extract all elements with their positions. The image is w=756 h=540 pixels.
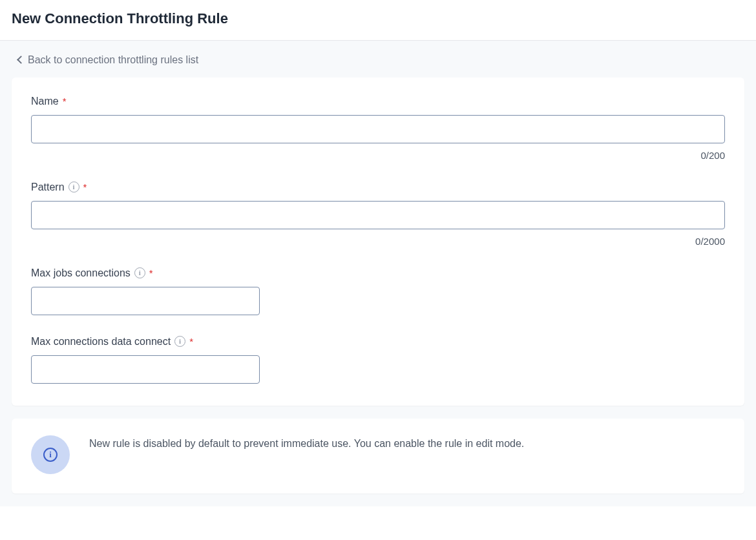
required-indicator: * xyxy=(189,336,193,347)
form-group-name: Name * 0/200 xyxy=(31,96,725,161)
back-link[interactable]: Back to connection throttling rules list xyxy=(18,54,198,66)
pattern-label: Pattern xyxy=(31,182,65,193)
required-indicator: * xyxy=(83,182,87,192)
pattern-counter: 0/2000 xyxy=(31,236,725,247)
form-group-pattern: Pattern i * 0/2000 xyxy=(31,182,725,247)
form-group-max-data-connect: Max connections data connect i * xyxy=(31,336,725,384)
name-counter: 0/200 xyxy=(31,150,725,161)
pattern-input[interactable] xyxy=(31,201,725,229)
max-data-connect-input[interactable] xyxy=(31,355,260,384)
max-jobs-label-row: Max jobs connections i * xyxy=(31,267,725,279)
required-indicator: * xyxy=(63,96,67,107)
back-row: Back to connection throttling rules list xyxy=(0,41,756,78)
max-data-connect-label-row: Max connections data connect i * xyxy=(31,336,725,348)
form-card: Name * 0/200 Pattern i * 0/2000 Max jobs… xyxy=(12,78,744,406)
required-indicator: * xyxy=(149,267,153,278)
max-jobs-label: Max jobs connections xyxy=(31,267,131,279)
name-input[interactable] xyxy=(31,115,725,143)
form-group-max-jobs: Max jobs connections i * xyxy=(31,267,725,315)
info-icon[interactable]: i xyxy=(174,336,185,347)
name-label: Name xyxy=(31,96,59,107)
info-icon[interactable]: i xyxy=(134,267,145,278)
notice-icon-wrap: i xyxy=(31,435,70,474)
notice-text: New rule is disabled by default to preve… xyxy=(89,435,524,450)
notice-card: i New rule is disabled by default to pre… xyxy=(12,419,744,493)
pattern-label-row: Pattern i * xyxy=(31,182,725,193)
page-header: New Connection Throttling Rule xyxy=(0,0,756,41)
chevron-left-icon xyxy=(17,56,25,64)
back-link-label: Back to connection throttling rules list xyxy=(28,54,198,66)
name-label-row: Name * xyxy=(31,96,725,107)
content-area: Back to connection throttling rules list… xyxy=(0,41,756,506)
info-icon[interactable]: i xyxy=(68,182,79,192)
info-icon: i xyxy=(43,448,58,462)
page-title: New Connection Throttling Rule xyxy=(12,10,744,27)
max-data-connect-label: Max connections data connect xyxy=(31,336,171,348)
max-jobs-input[interactable] xyxy=(31,287,260,315)
